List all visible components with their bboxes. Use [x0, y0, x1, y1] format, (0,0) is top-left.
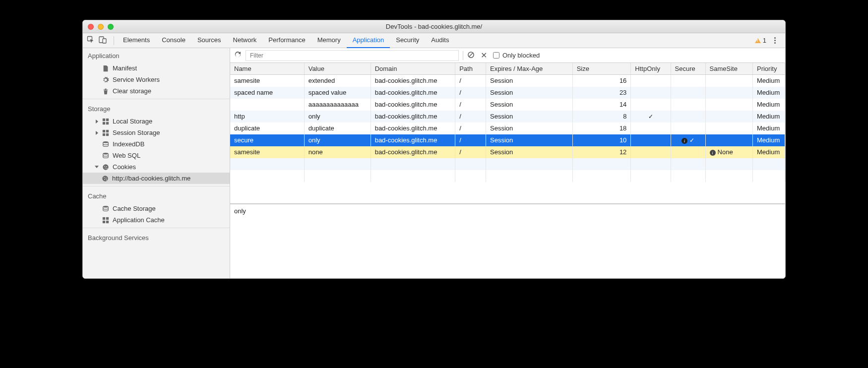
sidebar-item-cookies[interactable]: Cookies: [83, 161, 230, 173]
warnings-count: 1: [763, 37, 766, 44]
column-header-samesite[interactable]: SameSite: [705, 63, 752, 75]
table-cell: [371, 158, 455, 170]
sidebar-item-label: Cookies: [113, 163, 136, 171]
cookies-panel: ✕ Only blocked NameValueDomainPathExpire…: [230, 48, 785, 278]
table-cell: 23: [572, 87, 631, 99]
table-cell: bad-cookies.glitch.me: [371, 87, 455, 99]
traffic-lights: [83, 24, 114, 30]
tab-security[interactable]: Security: [390, 33, 425, 48]
table-cell: [671, 99, 705, 111]
sidebar-item-cookie-origin[interactable]: http://bad-cookies.glitch.me: [83, 173, 230, 184]
sidebar-section-application: Application: [83, 48, 230, 62]
cookies-table: NameValueDomainPathExpires / Max-AgeSize…: [230, 63, 785, 182]
column-header-path[interactable]: Path: [455, 63, 486, 75]
table-cell: Session: [486, 75, 573, 87]
sidebar-item-clear-storage[interactable]: Clear storage: [83, 85, 230, 97]
tab-audits[interactable]: Audits: [425, 33, 455, 48]
chevron-right-icon: [96, 131, 98, 135]
more-menu-icon[interactable]: [771, 37, 778, 44]
sidebar-item-manifest[interactable]: Manifest: [83, 62, 230, 74]
column-header-priority[interactable]: Priority: [752, 63, 785, 75]
svg-rect-10: [106, 133, 109, 135]
table-cell: samesite: [230, 75, 304, 87]
close-window-button[interactable]: [88, 24, 94, 30]
column-header-secure[interactable]: Secure: [671, 63, 705, 75]
table-cell: [230, 99, 304, 111]
column-header-name[interactable]: Name: [230, 63, 304, 75]
table-row[interactable]: secureonlybad-cookies.glitch.me/Session1…: [230, 134, 785, 146]
column-header-httponly[interactable]: HttpOnly: [631, 63, 671, 75]
sidebar-item-session-storage[interactable]: Session Storage: [83, 127, 230, 138]
table-cell: spaced value: [304, 87, 371, 99]
table-cell: [671, 170, 705, 182]
table-cell: Medium: [752, 146, 785, 158]
tab-network[interactable]: Network: [227, 33, 263, 48]
gear-icon: [102, 76, 109, 83]
table-cell: /: [455, 99, 486, 111]
inspect-element-icon[interactable]: [87, 36, 95, 45]
table-row[interactable]: duplicateduplicatebad-cookies.glitch.me/…: [230, 123, 785, 134]
only-blocked-input[interactable]: [493, 52, 499, 59]
sidebar-item-service-workers[interactable]: Service Workers: [83, 74, 230, 85]
table-cell: /: [455, 75, 486, 87]
clear-all-icon[interactable]: [467, 51, 475, 60]
column-header-size[interactable]: Size: [572, 63, 631, 75]
delete-selected-icon[interactable]: ✕: [479, 51, 489, 60]
table-cell: 10: [572, 134, 631, 146]
application-sidebar: ApplicationManifestService WorkersClear …: [83, 48, 230, 278]
table-row[interactable]: spaced namespaced valuebad-cookies.glitc…: [230, 87, 785, 99]
svg-rect-5: [103, 122, 105, 124]
table-cell: Medium: [752, 123, 785, 134]
zoom-window-button[interactable]: [108, 24, 114, 30]
table-cell: bad-cookies.glitch.me: [371, 111, 455, 123]
tab-sources[interactable]: Sources: [191, 33, 227, 48]
sidebar-item-web-sql[interactable]: Web SQL: [83, 150, 230, 161]
sidebar-item-indexeddb[interactable]: IndexedDB: [83, 138, 230, 150]
table-cell: [304, 158, 371, 170]
tab-console[interactable]: Console: [156, 33, 191, 48]
svg-rect-25: [106, 217, 109, 219]
filter-input[interactable]: [246, 50, 459, 61]
tab-application[interactable]: Application: [347, 33, 390, 48]
svg-rect-8: [106, 129, 109, 132]
table-row[interactable]: samesitenonebad-cookies.glitch.me/Sessio…: [230, 146, 785, 158]
table-cell: [631, 99, 671, 111]
column-header-value[interactable]: Value: [304, 63, 371, 75]
table-row[interactable]: samesiteextendedbad-cookies.glitch.me/Se…: [230, 75, 785, 87]
warnings-badge[interactable]: 1: [755, 37, 766, 44]
table-cell: extended: [304, 75, 371, 87]
table-cell: 18: [572, 123, 631, 134]
grid-icon: [102, 118, 109, 125]
table-cell: [631, 123, 671, 134]
devtools-tabbar: ElementsConsoleSourcesNetworkPerformance…: [83, 33, 785, 48]
table-cell: [705, 134, 752, 146]
table-cell: aaaaaaaaaaaaaa: [304, 99, 371, 111]
tab-memory[interactable]: Memory: [311, 33, 347, 48]
column-header-domain[interactable]: Domain: [371, 63, 455, 75]
table-cell: [304, 170, 371, 182]
table-row-empty[interactable]: [230, 170, 785, 182]
refresh-icon[interactable]: [234, 51, 242, 60]
table-row[interactable]: aaaaaaaaaaaaaabad-cookies.glitch.me/Sess…: [230, 99, 785, 111]
tab-performance[interactable]: Performance: [262, 33, 311, 48]
grid-icon: [102, 129, 109, 136]
svg-rect-27: [106, 220, 109, 223]
svg-rect-2: [103, 39, 106, 43]
info-icon: i: [682, 138, 687, 144]
sidebar-item-label: Application Cache: [113, 216, 165, 224]
table-cell: Session: [486, 87, 573, 99]
table-cell: 14: [572, 99, 631, 111]
only-blocked-checkbox[interactable]: Only blocked: [493, 52, 540, 59]
table-cell: only: [304, 111, 371, 123]
tab-elements[interactable]: Elements: [117, 33, 156, 48]
sidebar-item-application-cache[interactable]: Application Cache: [83, 214, 230, 226]
minimize-window-button[interactable]: [98, 24, 104, 30]
db-icon: [102, 152, 109, 159]
sidebar-item-local-storage[interactable]: Local Storage: [83, 116, 230, 127]
table-cell: /: [455, 134, 486, 146]
table-row-empty[interactable]: [230, 158, 785, 170]
device-toolbar-icon[interactable]: [99, 36, 107, 45]
column-header-expires-max-age[interactable]: Expires / Max-Age: [486, 63, 573, 75]
sidebar-item-cache-storage[interactable]: Cache Storage: [83, 203, 230, 214]
table-row[interactable]: httponlybad-cookies.glitch.me/Session8✓M…: [230, 111, 785, 123]
